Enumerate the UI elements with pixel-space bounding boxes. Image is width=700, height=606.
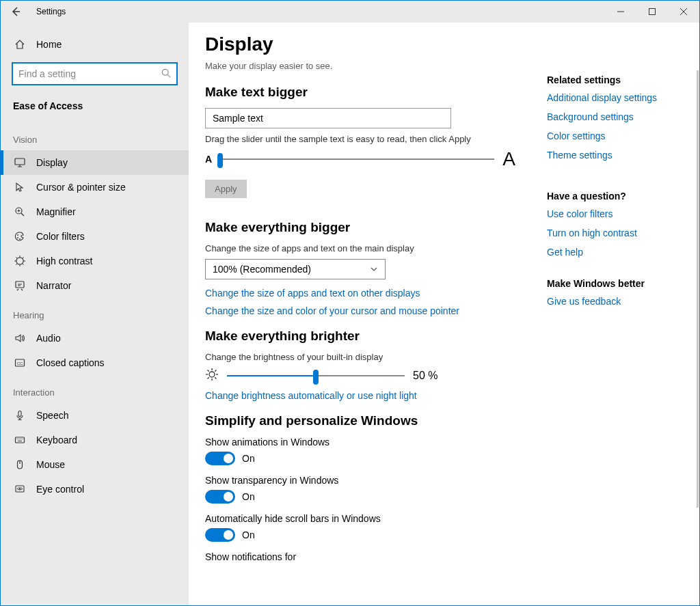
related-link-2[interactable]: Color settings xyxy=(547,130,677,141)
svg-point-21 xyxy=(19,488,21,490)
sidebar-item-contrast[interactable]: High contrast xyxy=(1,249,189,273)
question-link-0[interactable]: Use color filters xyxy=(547,208,677,219)
window-controls xyxy=(605,1,699,23)
close-button[interactable] xyxy=(668,1,699,23)
sidebar-item-label: Speech xyxy=(36,410,68,421)
toggle-switch[interactable] xyxy=(205,452,235,465)
mic-icon xyxy=(13,410,27,421)
search-box[interactable] xyxy=(12,62,178,85)
sidebar-section-header: Ease of Access xyxy=(1,96,189,122)
sidebar-item-narrator[interactable]: Narrator xyxy=(1,273,189,298)
cutoff-label: Show notifications for xyxy=(205,551,515,562)
sidebar-item-eye[interactable]: Eye control xyxy=(1,477,189,501)
question-link-1[interactable]: Turn on high contrast xyxy=(547,228,677,238)
related-link-1[interactable]: Background settings xyxy=(547,111,677,122)
toggle-knob xyxy=(224,492,233,501)
related-link-0[interactable]: Additional display settings xyxy=(547,92,677,103)
maximize-button[interactable] xyxy=(636,1,668,23)
back-icon xyxy=(10,6,21,17)
apply-button[interactable]: Apply xyxy=(205,180,247,198)
sidebar-item-keyboard[interactable]: Keyboard xyxy=(1,428,189,452)
keyboard-icon xyxy=(13,435,27,445)
svg-rect-0 xyxy=(649,9,656,15)
svg-rect-11 xyxy=(18,411,21,417)
toggle-knob xyxy=(224,530,233,540)
toggle-switch[interactable] xyxy=(205,528,235,542)
svg-rect-15 xyxy=(20,439,21,439)
back-button[interactable] xyxy=(8,3,24,20)
svg-rect-12 xyxy=(16,437,25,443)
page-subtitle: Make your display easier to see. xyxy=(205,61,515,71)
minimize-icon xyxy=(617,8,624,15)
text-size-slider[interactable]: A A xyxy=(205,148,515,170)
narrator-icon xyxy=(13,280,27,291)
text-slider-track[interactable] xyxy=(217,159,494,160)
home-button[interactable]: Home xyxy=(1,33,189,55)
minimize-button[interactable] xyxy=(605,1,636,23)
scrollbar[interactable] xyxy=(697,70,699,508)
sidebar-item-speech[interactable]: Speech xyxy=(1,403,189,428)
svg-point-1 xyxy=(162,69,168,75)
window-title: Settings xyxy=(36,7,66,16)
toggle-row-1: Show transparency in WindowsOn xyxy=(205,475,515,504)
toggle-row-2: Automatically hide scroll bars in Window… xyxy=(205,513,515,542)
link-cursor-size-color[interactable]: Change the size and color of your cursor… xyxy=(205,305,515,316)
contrast-icon xyxy=(13,256,27,266)
related-link-3[interactable]: Theme settings xyxy=(547,150,677,161)
svg-text:CC: CC xyxy=(17,361,23,366)
toggle-label: Automatically hide scroll bars in Window… xyxy=(205,513,515,524)
section-make-everything-bigger-heading: Make everything bigger xyxy=(205,220,515,235)
scale-select[interactable]: 100% (Recommended) xyxy=(205,259,386,279)
a-small-icon: A xyxy=(205,154,212,165)
section-make-brighter-heading: Make everything brighter xyxy=(205,329,515,344)
question-link-2[interactable]: Get help xyxy=(547,247,677,258)
svg-point-5 xyxy=(17,237,18,238)
sidebar-item-mouse[interactable]: Mouse xyxy=(1,452,189,477)
brightness-description: Change the brightness of your built-in d… xyxy=(205,352,515,362)
page-title: Display xyxy=(205,33,515,55)
toggle-row-0: Show animations in WindowsOn xyxy=(205,437,515,465)
home-label: Home xyxy=(36,39,62,50)
link-night-light[interactable]: Change brightness automatically or use n… xyxy=(205,390,515,401)
sidebar-item-label: High contrast xyxy=(36,256,92,266)
section-make-text-bigger-heading: Make text bigger xyxy=(205,85,515,100)
svg-rect-14 xyxy=(18,439,19,439)
sidebar-item-cc[interactable]: CCClosed captions xyxy=(1,350,189,375)
brightness-fill xyxy=(227,375,316,376)
sidebar-item-label: Closed captions xyxy=(36,357,105,368)
toggle-label: Show transparency in Windows xyxy=(205,475,515,486)
brightness-track[interactable] xyxy=(227,375,405,376)
svg-rect-17 xyxy=(23,439,23,439)
brightness-slider[interactable]: 50 % xyxy=(205,368,515,383)
mouse-icon xyxy=(13,459,27,470)
link-other-displays[interactable]: Change the size of apps and text on othe… xyxy=(205,288,515,299)
scale-selected-value: 100% (Recommended) xyxy=(213,264,311,275)
toggle-switch[interactable] xyxy=(205,490,235,504)
scale-description: Change the size of apps and text on the … xyxy=(205,243,515,253)
main-content: Display Make your display easier to see.… xyxy=(205,33,526,605)
slider-hint: Drag the slider until the sample text is… xyxy=(205,134,515,144)
svg-rect-2 xyxy=(15,159,25,165)
sidebar-item-label: Display xyxy=(36,157,68,168)
svg-point-7 xyxy=(16,258,23,264)
sidebar-item-filters[interactable]: Color filters xyxy=(1,224,189,249)
sidebar-item-magnifier[interactable]: Magnifier xyxy=(1,199,189,224)
audio-icon xyxy=(13,333,27,344)
sidebar-item-audio[interactable]: Audio xyxy=(1,326,189,350)
brightness-thumb[interactable] xyxy=(313,370,319,385)
sidebar-group-interaction: Interaction xyxy=(1,375,189,403)
toggle-state: On xyxy=(242,529,255,540)
search-input[interactable] xyxy=(18,68,161,79)
sidebar-item-cursor[interactable]: Cursor & pointer size xyxy=(1,175,189,199)
better-link-0[interactable]: Give us feedback xyxy=(547,296,677,307)
toggle-knob xyxy=(224,454,233,463)
svg-point-4 xyxy=(17,234,18,236)
sidebar-item-display[interactable]: Display xyxy=(1,150,189,175)
sun-icon xyxy=(205,368,219,383)
text-slider-thumb[interactable] xyxy=(217,153,223,168)
sidebar-group-hearing: Hearing xyxy=(1,298,189,326)
sidebar: Home Ease of Access VisionDisplayCursor … xyxy=(1,23,189,605)
cc-icon: CC xyxy=(13,357,27,368)
sidebar-item-label: Audio xyxy=(36,333,61,344)
a-big-icon: A xyxy=(502,148,515,170)
